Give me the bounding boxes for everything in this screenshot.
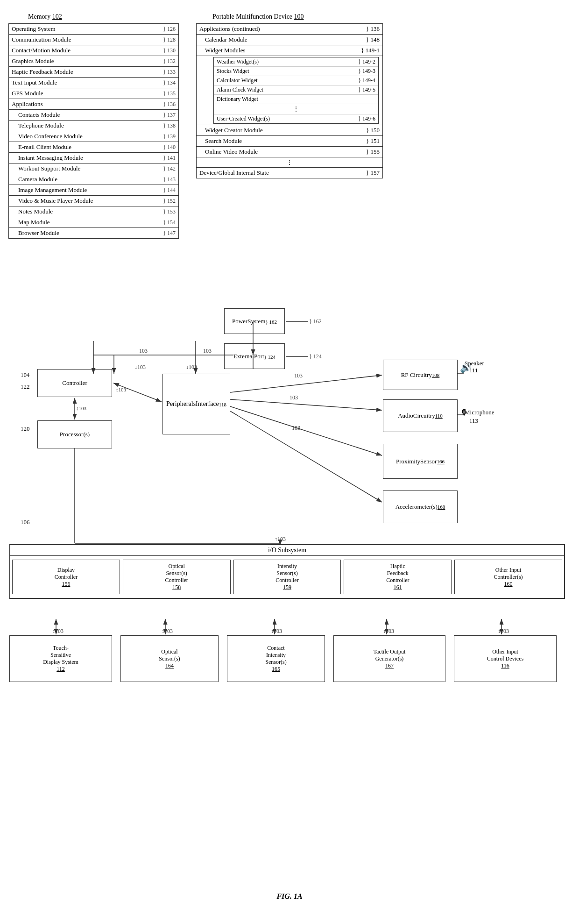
svg-text:} 124: } 124 <box>309 353 322 360</box>
io-title: i/O Subsystem <box>10 545 564 556</box>
svg-line-21 <box>230 411 382 502</box>
pmd-label: Portable Multifunction Device 100 <box>212 13 304 21</box>
power-system-box: Power System } 162 <box>224 308 285 334</box>
fig-caption: FIG. 1A <box>276 892 302 901</box>
contact-intensity-sensors: Contact Intensity Sensor(s) 165 <box>227 635 325 682</box>
pmd-row-search: Search Module } 151 <box>197 136 382 147</box>
optical-sensors: Optical Sensor(s) 164 <box>120 635 219 682</box>
svg-text:103: 103 <box>290 394 298 401</box>
microphone-label: Microphone <box>465 409 494 416</box>
pmd-row-online-video: Online Video Module } 155 <box>197 147 382 157</box>
haptic-feedback-controller: Haptic Feedback Controller 161 <box>344 560 452 594</box>
processor-box: Processor(s) <box>37 420 112 448</box>
row-haptic: Haptic Feedback Module} 133 <box>9 67 178 78</box>
row-browser: Browser Module} 147 <box>9 228 178 238</box>
row-video: Video & Music Player Module} 152 <box>9 196 178 206</box>
row-email: E-mail Client Module} 140 <box>9 142 178 153</box>
svg-text:↕103: ↕103 <box>383 628 394 634</box>
tactile-output-generators: Tactile Output Generator(s) 167 <box>333 635 445 682</box>
accelerometer-box: Accelerometer(s) 168 <box>383 490 458 523</box>
row-os: Operating System} 126 <box>9 24 178 35</box>
svg-text:↕103: ↕103 <box>271 628 282 634</box>
svg-text:↕103: ↕103 <box>162 628 173 634</box>
svg-text:} 162: } 162 <box>309 318 322 325</box>
io-subsystem: i/O Subsystem Display Controller 156 Opt… <box>9 544 565 599</box>
svg-text:103: 103 <box>203 348 212 354</box>
svg-text:103: 103 <box>139 348 148 354</box>
pmd-row-apps: Applications (continued) } 136 <box>197 24 382 35</box>
svg-text:↓103: ↓103 <box>186 364 197 370</box>
svg-line-19 <box>230 406 382 455</box>
svg-text:↕103: ↕103 <box>76 405 87 411</box>
svg-text:↕103: ↕103 <box>498 628 509 634</box>
pmd-row-device-state: Device/Global Internal State } 157 <box>197 168 382 178</box>
row-gps: GPS Module} 135 <box>9 88 178 99</box>
row-im: Instant Messaging Module} 141 <box>9 153 178 163</box>
widget-row-dictionary: Dictionary Widget <box>214 95 378 104</box>
io-inner: Display Controller 156 Optical Sensor(s)… <box>10 556 564 598</box>
peripherals-interface-box: Peripherals Interface 118 <box>162 374 230 434</box>
widget-row-alarm: Alarm Clock Widget } 149-5 <box>214 85 378 95</box>
row-notes: Notes Module} 153 <box>9 206 178 217</box>
touch-display-system: Touch- Sensitive Display System 112 <box>9 635 112 682</box>
external-port-box: External Port } 124 <box>224 343 285 369</box>
widget-subbox: Weather Widget(s) } 149-2 Stocks Widget … <box>213 57 379 124</box>
row-contact: Contact/Motion Module} 130 <box>9 45 178 56</box>
row-text: Text Input Module} 134 <box>9 78 178 88</box>
row-camera: Camera Module} 143 <box>9 174 178 185</box>
svg-line-11 <box>113 383 162 402</box>
svg-text:103: 103 <box>294 372 303 379</box>
intensity-sensor-controller: Intensity Sensor(s) Controller 159 <box>233 560 341 594</box>
row-comm: Communication Module} 128 <box>9 35 178 45</box>
proximity-box: Proximity Sensor 166 <box>383 444 458 479</box>
ref-104: 104 <box>21 371 30 379</box>
row-image: Image Management Module} 144 <box>9 185 178 196</box>
row-graphics: Graphics Module} 132 <box>9 56 178 67</box>
optical-sensor-controller: Optical Sensor(s) Controller 158 <box>123 560 231 594</box>
ref-113: 113 <box>469 417 478 425</box>
widget-row-stocks: Stocks Widget } 149-3 <box>214 67 378 76</box>
row-videoconf: Video Conference Module} 139 <box>9 131 178 142</box>
pmd-dots: ⋮ <box>197 157 382 168</box>
svg-text:↑103: ↑103 <box>275 536 286 542</box>
ref-122: 122 <box>21 383 30 391</box>
other-input-controller: Other Input Controller(s) 160 <box>454 560 562 594</box>
row-workout: Workout Support Module} 142 <box>9 163 178 174</box>
svg-line-15 <box>230 375 382 392</box>
row-telephone: Telephone Module} 138 <box>9 121 178 131</box>
widget-row-weather: Weather Widget(s) } 149-2 <box>214 57 378 67</box>
memory-box: Operating System} 126 Communication Modu… <box>8 23 179 239</box>
rf-box: RF Circuitry 108 <box>383 360 458 390</box>
row-map: Map Module} 154 <box>9 217 178 228</box>
svg-line-17 <box>230 399 382 410</box>
audio-box: Audio Circuitry 110 <box>383 399 458 432</box>
pmd-row-widget-creator: Widget Creator Module } 150 <box>197 125 382 136</box>
ref-106: 106 <box>21 519 30 526</box>
widget-dots: ⋮ <box>214 104 378 114</box>
svg-text:↕103: ↕103 <box>52 628 64 634</box>
svg-text:103: 103 <box>292 425 300 431</box>
speaker-icon: 🔊 <box>460 362 472 373</box>
svg-text:↕103: ↕103 <box>116 387 127 392</box>
pmd-box: Applications (continued) } 136 Calendar … <box>196 23 383 178</box>
pmd-row-calendar: Calendar Module } 148 <box>197 35 382 45</box>
ref-120: 120 <box>21 425 30 433</box>
widget-row-user-created: User-Created Widget(s) } 149-6 <box>214 114 378 123</box>
microphone-icon: 🎙 <box>460 408 468 418</box>
diagram-container: Memory 102 Portable Multifunction Device… <box>0 0 579 924</box>
other-input-control-devices: Other Input Control Devices 116 <box>454 635 557 682</box>
widget-row-calculator: Calculator Widget } 149-4 <box>214 76 378 85</box>
controller-box: Controller <box>37 369 112 397</box>
row-contacts: Contacts Module} 137 <box>9 110 178 121</box>
display-controller: Display Controller 156 <box>12 560 120 594</box>
svg-text:↓103: ↓103 <box>134 364 146 370</box>
memory-rows: Operating System} 126 Communication Modu… <box>9 24 178 238</box>
row-apps-header: Applications} 136 <box>9 99 178 110</box>
memory-label: Memory 102 <box>28 13 62 21</box>
pmd-row-widget-modules: Widget Modules } 149-1 <box>197 45 382 56</box>
